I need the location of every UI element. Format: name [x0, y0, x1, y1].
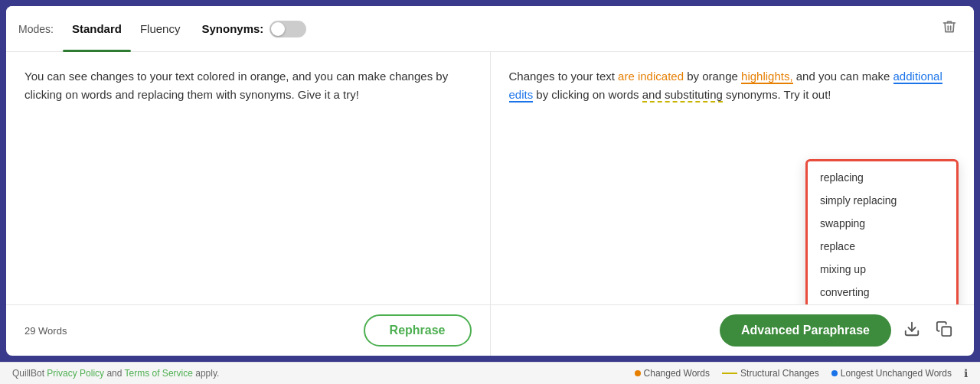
output-mid2: and you can make: [793, 70, 893, 83]
synonym-item[interactable]: converting: [808, 281, 956, 304]
synonyms-toggle[interactable]: [270, 21, 306, 37]
bottom-section: 29 Words Rephrase Advanced Paraphrase: [6, 304, 974, 356]
editor-area: You can see changes to your text colored…: [6, 52, 974, 304]
word-count: 29 Words: [24, 325, 67, 337]
bottom-left: 29 Words Rephrase: [6, 305, 491, 356]
output-editor[interactable]: Changes to your text are indicated by or…: [491, 52, 975, 304]
synonym-item[interactable]: mixing up: [808, 258, 956, 281]
legend-longest-label: Longest Unchanged Words: [841, 368, 952, 379]
terms-link[interactable]: Terms of Service: [125, 368, 193, 379]
synonym-dropdown: replacing simply replacing swapping repl…: [805, 159, 959, 304]
mode-fluency-tab[interactable]: Fluency: [131, 16, 190, 41]
footer-suffix: apply.: [193, 368, 219, 379]
output-part2[interactable]: highlights,: [741, 70, 793, 84]
mode-standard-tab[interactable]: Standard: [63, 16, 131, 41]
changed-words-dot: [635, 370, 641, 376]
rephrase-button[interactable]: Rephrase: [364, 314, 472, 347]
toolbar: Modes: Standard Fluency Synonyms:: [6, 6, 974, 52]
modes-label: Modes:: [18, 23, 54, 35]
copy-icon: [936, 321, 952, 337]
privacy-link[interactable]: Privacy Policy: [47, 368, 104, 379]
footer-text: QuillBot Privacy Policy and Terms of Ser…: [12, 368, 219, 379]
output-mid1: by orange: [684, 70, 741, 83]
output-part1[interactable]: are indicated: [618, 70, 684, 83]
synonyms-label: Synonyms:: [201, 22, 263, 35]
copy-button[interactable]: [933, 317, 956, 344]
footer: QuillBot Privacy Policy and Terms of Ser…: [0, 362, 980, 384]
structural-line: [722, 373, 737, 374]
footer-prefix: QuillBot: [12, 368, 47, 379]
legend-changed-label: Changed Words: [644, 368, 710, 379]
clear-button[interactable]: [937, 15, 962, 43]
input-editor[interactable]: You can see changes to your text colored…: [6, 52, 491, 304]
download-button[interactable]: [900, 317, 923, 344]
longest-words-dot: [831, 370, 838, 376]
toggle-thumb: [271, 22, 285, 36]
input-text: You can see changes to your text colored…: [24, 67, 472, 104]
synonym-item[interactable]: simply replacing: [808, 189, 956, 212]
synonym-item[interactable]: modifying: [808, 304, 956, 304]
legend-longest: Longest Unchanged Words: [831, 368, 952, 379]
bottom-right: Advanced Paraphrase: [491, 305, 975, 356]
download-icon: [903, 321, 920, 337]
synonym-item[interactable]: replace: [808, 235, 956, 258]
footer-legend: Changed Words Structural Changes Longest…: [635, 367, 968, 379]
synonym-item[interactable]: replacing: [808, 166, 956, 189]
output-text: Changes to your text are indicated by or…: [509, 67, 956, 104]
output-part4[interactable]: and substituting: [642, 88, 723, 103]
legend-structural-label: Structural Changes: [740, 368, 819, 379]
footer-and: and: [104, 368, 124, 379]
legend-structural: Structural Changes: [722, 368, 819, 379]
advanced-paraphrase-button[interactable]: Advanced Paraphrase: [720, 314, 891, 347]
output-mid3: by clicking on words: [533, 88, 642, 101]
synonym-item[interactable]: swapping: [808, 212, 956, 235]
output-mid4: synonyms. Try it out!: [723, 88, 831, 101]
output-prefix: Changes to your text: [509, 70, 619, 83]
trash-icon: [942, 19, 957, 34]
legend-info-button[interactable]: ℹ: [964, 367, 968, 379]
svg-rect-1: [942, 327, 951, 336]
legend-changed-words: Changed Words: [635, 368, 710, 379]
